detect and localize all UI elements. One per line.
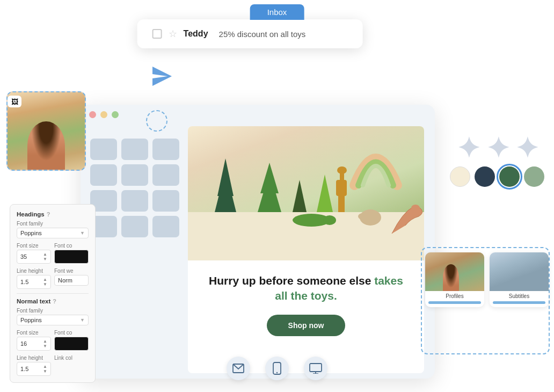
headings-section-title: Headings ? — [17, 211, 89, 217]
block-item — [152, 164, 179, 186]
email-hero-image — [188, 126, 424, 260]
block-item — [90, 139, 117, 160]
titlebar-dot-3 — [112, 111, 119, 118]
block-item — [152, 216, 179, 237]
svg-point-19 — [276, 372, 278, 373]
block-item — [121, 164, 148, 186]
image-icon: 🖼 — [8, 96, 21, 107]
email-body: Hurry up before someone else takes all t… — [188, 260, 424, 349]
svg-point-13 — [323, 215, 336, 225]
normal-text-section-title: Normal text ? — [17, 298, 89, 304]
titlebar-dot-1 — [89, 111, 96, 118]
line-height-down-2[interactable]: ▼ — [43, 369, 47, 374]
thumbnail-subtitles-img — [490, 252, 549, 291]
font-color-label-2: Font co — [54, 330, 89, 336]
svg-rect-20 — [310, 364, 322, 372]
email-content: Hurry up before someone else takes all t… — [188, 126, 424, 373]
link-color-label: Link col — [54, 355, 89, 361]
svg-marker-7 — [317, 175, 333, 212]
mobile-icon[interactable] — [265, 357, 289, 380]
thumbnail-subtitles-label: Subtitles — [490, 291, 549, 301]
block-item — [152, 190, 179, 212]
font-family-label: Font family — [17, 221, 89, 227]
email-headline: Hurry up before someone else takes all t… — [205, 273, 407, 304]
titlebar-dot-2 — [100, 111, 107, 118]
block-item — [121, 216, 148, 237]
paper-plane-icon — [150, 64, 174, 88]
normal-text-help-icon[interactable]: ? — [53, 298, 56, 304]
line-height-label-1: Line height — [17, 268, 51, 274]
normal-font-size-label: Font size — [17, 330, 51, 336]
font-family-value[interactable]: Poppins ▼ — [17, 228, 89, 238]
thumbnail-profiles-img — [425, 252, 484, 291]
titlebar — [81, 105, 435, 122]
dashed-circle-decoration — [146, 110, 167, 132]
font-weight-label: Font we — [54, 268, 89, 274]
font-weight-value[interactable]: Norm — [54, 275, 89, 286]
block-item — [90, 164, 117, 186]
font-size-up[interactable]: ▲ — [43, 252, 47, 257]
block-item — [152, 139, 179, 160]
star-icon[interactable]: ☆ — [169, 28, 177, 40]
line-height-label-2: Line height — [17, 355, 51, 361]
svg-marker-0 — [152, 67, 172, 86]
inbox-tab[interactable]: Inbox — [250, 4, 304, 20]
font-size-label: Font size — [17, 243, 51, 249]
normal-font-size-value[interactable]: 16 ▲ ▼ — [17, 337, 51, 351]
block-item — [121, 139, 148, 160]
normal-font-size-up[interactable]: ▲ — [43, 339, 47, 344]
line-height-value-1[interactable]: 1.5 ▲ ▼ — [17, 275, 51, 289]
color-dark-green[interactable] — [499, 166, 520, 187]
right-thumbnails: Profiles Subtitles — [425, 252, 549, 307]
settings-panel: Headings ? Font family Poppins ▼ Font si… — [10, 204, 96, 383]
thumbnail-profiles-label: Profiles — [425, 291, 484, 301]
svg-marker-3 — [217, 158, 234, 196]
bottom-icons — [227, 357, 327, 380]
desktop-icon[interactable] — [304, 357, 327, 380]
color-dark-blue[interactable] — [475, 166, 495, 187]
normal-font-family-value[interactable]: Poppins ▼ — [17, 315, 89, 325]
shop-now-button[interactable]: Shop now — [267, 315, 346, 336]
font-color-label-1: Font co — [54, 243, 89, 249]
inbox-card: ☆ Teddy 25% discount on all toys — [137, 19, 363, 48]
background-decoration-text: ✦ ✦ ✦ — [457, 134, 538, 162]
email-preview: Hurry up before someone else takes all t… — [81, 105, 435, 379]
headline-part1: Hurry up before someone else — [209, 274, 374, 287]
color-cream[interactable] — [450, 166, 470, 187]
svg-point-11 — [337, 166, 347, 174]
email-sender: Teddy — [184, 29, 208, 39]
email-checkbox[interactable] — [152, 29, 162, 39]
normal-font-size-down[interactable]: ▼ — [43, 344, 47, 349]
font-size-down[interactable]: ▼ — [43, 257, 47, 262]
line-height-up-2[interactable]: ▲ — [43, 364, 47, 369]
email-subject: 25% discount on all toys — [219, 30, 306, 39]
color-palette — [450, 166, 544, 187]
block-item — [121, 190, 148, 212]
line-height-up-1[interactable]: ▲ — [43, 277, 47, 282]
line-height-value-2[interactable]: 1.5 ▲ ▼ — [17, 362, 51, 376]
svg-marker-6 — [293, 180, 307, 212]
thumbnail-profiles-bar — [428, 301, 481, 304]
font-size-value[interactable]: 35 ▲ ▼ — [17, 250, 51, 264]
color-light-green[interactable] — [524, 166, 544, 187]
font-color-value-2[interactable] — [54, 337, 89, 351]
svg-point-16 — [411, 205, 420, 211]
thumbnail-subtitles-bar — [493, 301, 545, 304]
thumbnail-profiles[interactable]: Profiles — [425, 252, 484, 307]
headings-help-icon[interactable]: ? — [47, 211, 50, 217]
block-grid — [86, 134, 180, 242]
font-color-value-1[interactable] — [54, 250, 89, 264]
svg-point-15 — [358, 213, 367, 220]
svg-marker-5 — [260, 163, 279, 193]
thumbnail-subtitles[interactable]: Subtitles — [490, 252, 549, 307]
normal-font-family-label: Font family — [17, 308, 89, 314]
email-icon[interactable] — [227, 357, 250, 380]
line-height-down-1[interactable]: ▼ — [43, 282, 47, 287]
